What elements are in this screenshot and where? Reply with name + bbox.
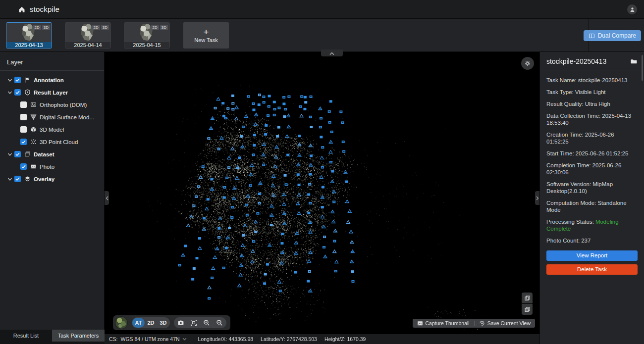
chevron-down-icon[interactable] — [7, 151, 13, 157]
shield-icon — [24, 89, 31, 96]
badge-3d[interactable]: 3D — [101, 25, 109, 30]
layer-row-overlay[interactable]: Overlay — [0, 173, 104, 185]
perspective-view-button[interactable] — [522, 293, 533, 303]
badge-2d[interactable]: 2D — [92, 25, 100, 30]
layer-label: Orthophoto (DOM) — [40, 102, 87, 108]
cube-icon — [30, 126, 37, 133]
checkbox-3d-model[interactable] — [20, 126, 27, 133]
page-title: stockpile — [30, 5, 59, 13]
dsm-triangle-icon — [30, 114, 37, 120]
layer-row-3d-point-cloud[interactable]: 3D Point Cloud — [0, 136, 104, 148]
task-date-label: 2025-04-13 — [6, 42, 52, 49]
details-header: stockpile-20250413 — [540, 52, 644, 70]
task-card-2025-04-15[interactable]: 2D 3D 2025-04-15 — [124, 22, 170, 49]
home-button[interactable] — [18, 5, 26, 13]
capture-thumbnail-label: Capture Thumbnail — [426, 320, 470, 326]
chevron-down-icon[interactable] — [7, 90, 13, 96]
task-date-label: 2025-04-15 — [124, 42, 169, 49]
user-avatar-button[interactable] — [627, 4, 637, 14]
new-task-button[interactable]: + New Task — [183, 22, 229, 49]
cube-solid-icon — [524, 306, 531, 313]
point-cloud-canvas[interactable] — [105, 52, 539, 334]
screenshot-button[interactable] — [174, 318, 187, 328]
collapse-right-panel-handle[interactable] — [535, 191, 539, 205]
field-result-quality: Result Quality:Ultra High — [546, 100, 637, 107]
cube-wireframe-icon — [524, 295, 531, 301]
scrollbar-thumb[interactable] — [642, 55, 643, 81]
layer-label: Annotation — [34, 77, 64, 83]
point-cloud-icon — [30, 139, 37, 145]
layer-label: Digital Surface Mod... — [40, 114, 94, 120]
status-bar: CS: WGS 84 / UTM zone 47N Longitude/X: 4… — [105, 334, 539, 344]
orthographic-view-button[interactable] — [522, 304, 533, 315]
dual-compare-button[interactable]: Dual Compare — [584, 30, 641, 41]
layer-row-dsm[interactable]: Digital Surface Mod... — [0, 111, 104, 123]
mode-button-3d[interactable]: 3D — [157, 318, 169, 328]
chevron-down-icon[interactable] — [7, 77, 13, 83]
layer-panel-title: Layer — [0, 52, 104, 70]
badge-3d[interactable]: 3D — [160, 25, 168, 30]
layer-row-photo[interactable]: Photo — [0, 160, 104, 173]
height-value: Height/Z: 1670.39 — [324, 336, 366, 342]
view-report-button[interactable]: View Report — [546, 250, 638, 261]
field-task-type: Task Type:Visible Light — [546, 89, 637, 96]
view-actions-bar: Capture Thumbnail Save Current View — [413, 319, 535, 328]
layer-row-annotation[interactable]: Annotation — [0, 74, 104, 86]
layer-row-dataset[interactable]: Dataset — [0, 148, 104, 160]
plus-icon: + — [203, 28, 209, 37]
layer-label: Dataset — [34, 151, 54, 157]
tab-result-list[interactable]: Result List — [0, 330, 52, 342]
bottom-tabs: Result List Task Parameters — [0, 330, 105, 344]
badge-2d[interactable]: 2D — [33, 25, 41, 30]
details-actions: View Report Delete Task — [540, 249, 644, 275]
chevron-up-icon — [329, 52, 335, 55]
collapse-strip-handle[interactable] — [321, 49, 343, 56]
zoom-out-button[interactable] — [213, 318, 226, 328]
viewport-settings-button[interactable] — [521, 57, 534, 70]
folder-icon[interactable] — [630, 58, 638, 64]
layer-label: Result Layer — [34, 90, 68, 96]
tab-task-parameters[interactable]: Task Parameters — [52, 330, 105, 342]
layer-label: Photo — [40, 164, 54, 170]
capture-thumbnail-button[interactable]: Capture Thumbnail — [417, 320, 470, 326]
badge-3d[interactable]: 3D — [42, 25, 50, 30]
checkbox-annotation[interactable] — [14, 77, 21, 83]
layer-row-orthophoto[interactable]: Orthophoto (DOM) — [0, 98, 104, 111]
checkbox-photo[interactable] — [20, 163, 27, 170]
globe-basemap-button[interactable] — [115, 316, 128, 329]
checkbox-overlay[interactable] — [14, 176, 21, 182]
mode-button-at[interactable]: AT — [132, 318, 145, 328]
orthophoto-image-icon — [30, 101, 37, 108]
checkbox-orthophoto[interactable] — [20, 101, 27, 108]
task-date-label: 2025-04-14 — [65, 42, 110, 49]
badge-2d[interactable]: 2D — [151, 25, 159, 30]
layer-row-3d-model[interactable]: 3D Model — [0, 123, 104, 136]
checkbox-dataset[interactable] — [14, 151, 21, 157]
mode-button-2d[interactable]: 2D — [145, 318, 157, 328]
chevron-down-icon[interactable] — [182, 338, 187, 341]
delete-task-button[interactable]: Delete Task — [546, 264, 638, 275]
view-mode-group: AT 2D 3D — [132, 317, 170, 328]
chevron-down-icon[interactable] — [7, 176, 13, 182]
divider — [474, 321, 475, 326]
checkbox-dsm[interactable] — [20, 114, 27, 120]
coordinate-system-value[interactable]: WGS 84 / UTM zone 47N — [121, 336, 180, 342]
layer-label: Overlay — [34, 176, 54, 182]
user-icon — [629, 6, 636, 13]
field-photo-count: Photo Count:237 — [546, 237, 637, 244]
field-creation-time: Creation Time:2025-06-26 01:52:25 — [546, 131, 637, 145]
checkbox-3d-point-cloud[interactable] — [20, 139, 27, 145]
fit-view-button[interactable] — [187, 318, 200, 328]
photo-icon — [30, 163, 37, 170]
zoom-in-button[interactable] — [200, 318, 213, 328]
selection-frame-icon — [190, 319, 197, 326]
save-current-view-button[interactable]: Save Current View — [479, 320, 531, 326]
task-thumbnail: 2D 3D — [6, 23, 52, 42]
layer-row-result-layer[interactable]: Result Layer — [0, 86, 104, 98]
field-software-version: Software Version:MipMap Desktop(2.0.10) — [546, 181, 637, 195]
task-card-2025-04-13[interactable]: 2D 3D 2025-04-13 — [6, 22, 52, 49]
layer-panel: Layer Annotation Result Layer Orthophoto… — [0, 52, 105, 330]
checkbox-result-layer[interactable] — [14, 89, 21, 96]
collapse-left-panel-handle[interactable] — [105, 191, 109, 205]
task-card-2025-04-14[interactable]: 2D 3D 2025-04-14 — [65, 22, 111, 49]
